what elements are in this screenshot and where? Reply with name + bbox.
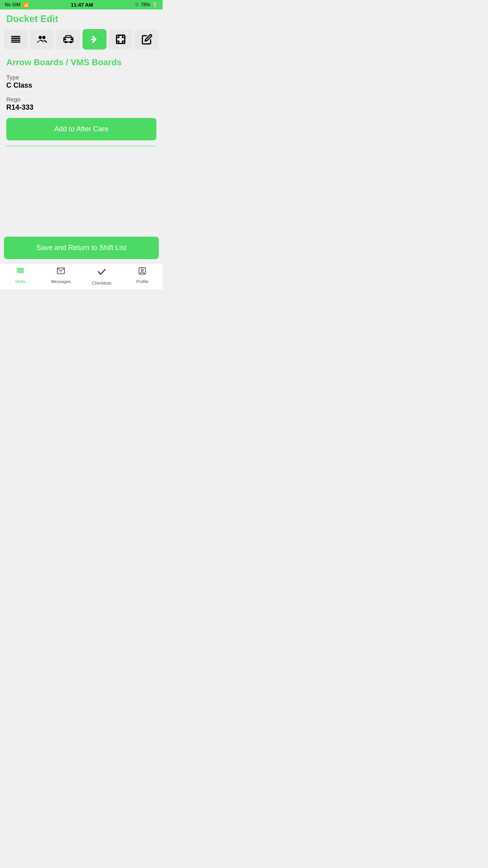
divider bbox=[6, 146, 156, 146]
bottom-nav: Shifts Messages Checklists Profi bbox=[0, 263, 163, 289]
messages-icon bbox=[57, 267, 65, 278]
header: Docket Edit bbox=[0, 9, 163, 27]
checklists-label: Checklists bbox=[92, 281, 112, 285]
status-bar: No SIM 📶 11:47 AM ☉ 78% 🔋 bbox=[0, 0, 163, 9]
svg-point-7 bbox=[65, 41, 67, 43]
profile-label: Profile bbox=[136, 279, 149, 284]
content-area: Arrow Boards / VMS Boards Type C Class R… bbox=[0, 52, 163, 233]
type-value: C Class bbox=[6, 81, 156, 90]
tab-car[interactable] bbox=[56, 29, 80, 50]
rego-field-group: Rego R14-333 bbox=[6, 96, 156, 112]
svg-rect-9 bbox=[64, 39, 66, 40]
tab-arrow[interactable] bbox=[83, 29, 106, 50]
svg-point-19 bbox=[141, 269, 144, 271]
spacer bbox=[6, 150, 156, 227]
battery-text: 78% bbox=[141, 2, 150, 7]
status-left: No SIM 📶 bbox=[5, 2, 29, 8]
checklists-icon bbox=[97, 267, 107, 279]
rego-value: R14-333 bbox=[6, 103, 156, 112]
save-return-button[interactable]: Save and Return to Shift List bbox=[4, 237, 159, 259]
nav-item-checklists[interactable]: Checklists bbox=[81, 267, 122, 285]
messages-label: Messages bbox=[51, 279, 71, 284]
rego-label: Rego bbox=[6, 96, 156, 103]
wifi-icon: 📶 bbox=[23, 2, 29, 8]
tab-person[interactable] bbox=[30, 29, 54, 50]
nav-item-messages[interactable]: Messages bbox=[41, 267, 82, 285]
tab-edit[interactable] bbox=[135, 29, 159, 50]
shifts-label: Shifts bbox=[15, 279, 26, 284]
tab-frame[interactable] bbox=[109, 29, 133, 50]
svg-point-5 bbox=[42, 36, 46, 39]
carrier-text: No SIM bbox=[5, 2, 20, 7]
type-label: Type bbox=[6, 74, 156, 81]
save-section: Save and Return to Shift List bbox=[0, 233, 163, 263]
status-time: 11:47 AM bbox=[71, 2, 93, 8]
shifts-icon bbox=[16, 267, 25, 278]
svg-rect-12 bbox=[117, 35, 125, 44]
page-title: Docket Edit bbox=[6, 13, 58, 24]
tab-toolbar bbox=[0, 27, 163, 52]
add-to-after-care-button[interactable]: Add to After Care bbox=[6, 118, 156, 140]
nav-item-shifts[interactable]: Shifts bbox=[0, 267, 41, 285]
location-icon: ☉ bbox=[135, 2, 139, 7]
tab-list[interactable] bbox=[4, 29, 28, 50]
battery-icon: 🔋 bbox=[152, 2, 158, 8]
profile-icon bbox=[138, 267, 147, 278]
svg-point-4 bbox=[39, 36, 42, 39]
nav-item-profile[interactable]: Profile bbox=[122, 267, 163, 285]
section-title: Arrow Boards / VMS Boards bbox=[6, 57, 156, 68]
status-right: ☉ 78% 🔋 bbox=[135, 2, 158, 8]
svg-rect-10 bbox=[71, 39, 73, 40]
svg-point-8 bbox=[70, 41, 72, 43]
type-field-group: Type C Class bbox=[6, 74, 156, 90]
